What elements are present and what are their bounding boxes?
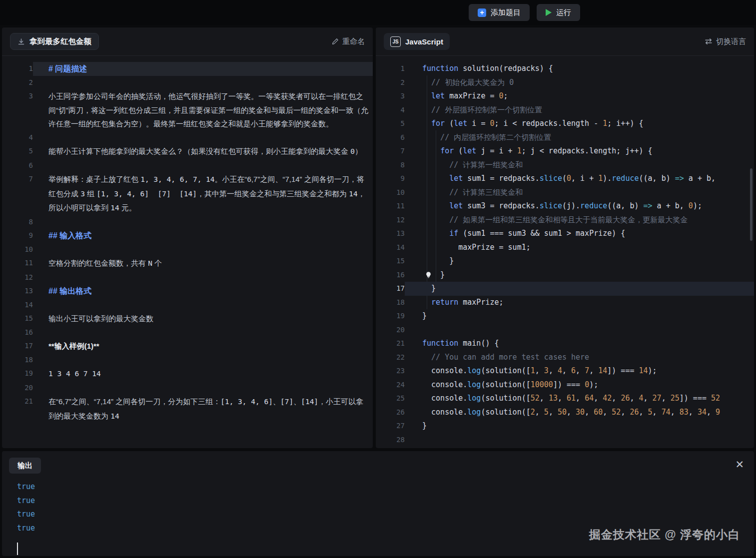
code-line[interactable]: 13 if (sum1 === sum3 && sum1 > maxPrize)… bbox=[376, 227, 754, 241]
markdown-line[interactable]: 13## 输出格式 bbox=[2, 284, 373, 298]
code-line-text[interactable]: } bbox=[405, 309, 754, 323]
markdown-line[interactable]: 14 bbox=[2, 298, 373, 312]
code-editor[interactable]: 1function solution(redpacks) {2 // 初始化最大… bbox=[376, 56, 754, 448]
code-line-text[interactable]: return maxPrize; bbox=[405, 296, 754, 310]
markdown-line-text[interactable]: 能帮小王计算下他能拿到的最大奖金么？（如果没有红包可获得，则小王能拿到的最大奖金… bbox=[33, 144, 373, 159]
markdown-line[interactable]: 9## 输入格式 bbox=[2, 229, 373, 243]
markdown-line[interactable]: 4 bbox=[2, 131, 373, 145]
markdown-line-text[interactable]: # 问题描述 bbox=[33, 62, 373, 76]
code-line[interactable]: 12 // 如果第一组和第三组奖金和相等且大于当前最大奖金，更新最大奖金 bbox=[376, 213, 754, 227]
code-line-text[interactable]: // 计算第一组奖金和 bbox=[405, 158, 754, 172]
close-icon[interactable]: ✕ bbox=[735, 459, 744, 470]
code-line-text[interactable]: for (let j = i + 1; j < redpacks.length;… bbox=[405, 144, 754, 158]
code-line[interactable]: 8 // 计算第一组奖金和 bbox=[376, 158, 754, 172]
code-line-text[interactable]: // 内层循环控制第二个切割位置 bbox=[405, 131, 754, 145]
problem-title-pill[interactable]: 拿到最多红包金额 bbox=[10, 33, 99, 50]
markdown-line-text[interactable]: ## 输出格式 bbox=[33, 284, 373, 298]
code-line[interactable]: 17 } bbox=[376, 282, 754, 296]
markdown-line-text[interactable]: 在“6,7”之间、“7,14” 之间各切一刀，分为如下三组：[1, 3, 4, … bbox=[33, 395, 373, 423]
code-line[interactable]: 2 // 初始化最大奖金为 0 bbox=[376, 76, 754, 90]
code-line[interactable]: 5 for (let i = 0; i < redpacks.length - … bbox=[376, 117, 754, 131]
language-pill[interactable]: JS JavaScript bbox=[384, 33, 450, 50]
markdown-line[interactable]: 15输出小王可以拿到的最大奖金数 bbox=[2, 312, 373, 326]
code-line[interactable]: 20 bbox=[376, 323, 754, 337]
markdown-line[interactable]: 10 bbox=[2, 243, 373, 257]
markdown-line[interactable]: 12 bbox=[2, 271, 373, 285]
markdown-line[interactable]: 16 bbox=[2, 326, 373, 340]
markdown-line[interactable]: 20 bbox=[2, 381, 373, 395]
code-line-text[interactable]: function main() { bbox=[405, 337, 754, 351]
code-line[interactable]: 18 return maxPrize; bbox=[376, 296, 754, 310]
rename-button[interactable]: 重命名 bbox=[332, 37, 365, 46]
code-line-text[interactable]: } bbox=[405, 268, 754, 282]
code-line[interactable]: 26 console.log(solution([2, 5, 50, 30, 6… bbox=[376, 406, 754, 420]
markdown-line[interactable]: 6 bbox=[2, 159, 373, 173]
code-line[interactable]: 28 bbox=[376, 433, 754, 447]
markdown-line[interactable]: 17**输入样例(1)** bbox=[2, 339, 373, 353]
code-line-text[interactable]: } bbox=[405, 254, 754, 268]
code-line-text[interactable]: console.log(solution([1, 3, 4, 6, 7, 14]… bbox=[405, 364, 754, 378]
code-line-text[interactable]: // 如果第一组和第三组奖金和相等且大于当前最大奖金，更新最大奖金 bbox=[405, 213, 754, 227]
markdown-line-text[interactable]: 输出小王可以拿到的最大奖金数 bbox=[33, 312, 373, 326]
lightbulb-icon[interactable] bbox=[425, 271, 433, 279]
markdown-line-text[interactable] bbox=[33, 159, 373, 173]
tab-output[interactable]: 输出 bbox=[9, 458, 41, 474]
markdown-line-text[interactable]: 1 3 4 6 7 14 bbox=[33, 367, 373, 381]
code-line-text[interactable]: if (sum1 === sum3 && sum1 > maxPrize) { bbox=[405, 227, 754, 241]
run-button[interactable]: 运行 bbox=[537, 4, 580, 21]
code-line-text[interactable]: // 初始化最大奖金为 0 bbox=[405, 76, 754, 90]
markdown-line[interactable]: 5能帮小王计算下他能拿到的最大奖金么？（如果没有红包可获得，则小王能拿到的最大奖… bbox=[2, 144, 373, 159]
editor-scrollbar[interactable] bbox=[750, 168, 753, 241]
markdown-line-text[interactable] bbox=[33, 381, 373, 395]
markdown-line[interactable]: 3小王同学参加公司年会的抽奖活动，他运气很好抽到了一等奖。一等奖获奖者可以在一排… bbox=[2, 89, 373, 131]
markdown-line-text[interactable] bbox=[33, 271, 373, 285]
markdown-line-text[interactable]: 举例解释：桌子上放了红包 1, 3, 4, 6, 7, 14。小王在“6,7”之… bbox=[33, 172, 373, 215]
markdown-line[interactable]: 11空格分割的红包金额数，共有 N 个 bbox=[2, 256, 373, 271]
code-line-text[interactable]: // 外层循环控制第一个切割位置 bbox=[405, 103, 754, 117]
code-line[interactable]: 4 // 外层循环控制第一个切割位置 bbox=[376, 103, 754, 117]
code-line[interactable]: 11 let sum3 = redpacks.slice(j).reduce((… bbox=[376, 199, 754, 213]
code-line[interactable]: 1function solution(redpacks) { bbox=[376, 62, 754, 76]
code-line[interactable]: 15 } bbox=[376, 254, 754, 268]
code-line[interactable]: 6 // 内层循环控制第二个切割位置 bbox=[376, 131, 754, 145]
markdown-line[interactable]: 8 bbox=[2, 215, 373, 229]
markdown-line[interactable]: 1# 问题描述 bbox=[2, 62, 373, 76]
code-line[interactable]: 21function main() { bbox=[376, 337, 754, 351]
code-line[interactable]: 24 console.log(solution([10000]) === 0); bbox=[376, 378, 754, 392]
code-line[interactable]: 25 console.log(solution([52, 13, 61, 64,… bbox=[376, 392, 754, 406]
markdown-editor[interactable]: 1# 问题描述23小王同学参加公司年会的抽奖活动，他运气很好抽到了一等奖。一等奖… bbox=[2, 56, 373, 448]
markdown-line-text[interactable]: **输入样例(1)** bbox=[33, 339, 373, 353]
add-question-button[interactable]: + 添加题目 bbox=[469, 4, 530, 21]
markdown-line-text[interactable] bbox=[33, 131, 373, 145]
code-line-text[interactable]: // 计算第三组奖金和 bbox=[405, 186, 754, 200]
code-line[interactable]: 14 maxPrize = sum1; bbox=[376, 241, 754, 255]
code-line[interactable]: 3 let maxPrize = 0; bbox=[376, 89, 754, 103]
code-line[interactable]: 23 console.log(solution([1, 3, 4, 6, 7, … bbox=[376, 364, 754, 378]
code-line-text[interactable]: for (let i = 0; i < redpacks.length - 1;… bbox=[405, 117, 754, 131]
markdown-line-text[interactable]: 小王同学参加公司年会的抽奖活动，他运气很好抽到了一等奖。一等奖获奖者可以在一排红… bbox=[33, 89, 373, 131]
code-line-text[interactable]: console.log(solution([10000]) === 0); bbox=[405, 378, 754, 392]
code-line[interactable]: 22 // You can add more test cases here bbox=[376, 351, 754, 365]
code-line-text[interactable]: function solution(redpacks) { bbox=[405, 62, 754, 76]
markdown-line-text[interactable] bbox=[33, 215, 373, 229]
markdown-line[interactable]: 21在“6,7”之间、“7,14” 之间各切一刀，分为如下三组：[1, 3, 4… bbox=[2, 395, 373, 423]
markdown-line-text[interactable] bbox=[33, 243, 373, 257]
code-line[interactable]: 19} bbox=[376, 309, 754, 323]
code-line-text[interactable]: } bbox=[405, 419, 754, 433]
code-line-text[interactable]: maxPrize = sum1; bbox=[405, 241, 754, 255]
markdown-line[interactable]: 191 3 4 6 7 14 bbox=[2, 367, 373, 381]
markdown-line-text[interactable]: ## 输入格式 bbox=[33, 229, 373, 243]
markdown-line[interactable]: 18 bbox=[2, 353, 373, 367]
markdown-line-text[interactable] bbox=[33, 326, 373, 340]
code-line-text[interactable] bbox=[405, 433, 754, 447]
code-line-text[interactable]: let sum3 = redpacks.slice(j).reduce((a, … bbox=[405, 199, 754, 213]
code-line-text[interactable]: let sum1 = redpacks.slice(0, i + 1).redu… bbox=[405, 172, 754, 186]
markdown-line-text[interactable]: 空格分割的红包金额数，共有 N 个 bbox=[33, 256, 373, 271]
markdown-line-text[interactable] bbox=[33, 353, 373, 367]
markdown-line[interactable]: 7举例解释：桌子上放了红包 1, 3, 4, 6, 7, 14。小王在“6,7”… bbox=[2, 172, 373, 215]
code-line-text[interactable]: } bbox=[405, 282, 754, 296]
code-line[interactable]: 10 // 计算第三组奖金和 bbox=[376, 186, 754, 200]
code-line[interactable]: 9 let sum1 = redpacks.slice(0, i + 1).re… bbox=[376, 172, 754, 186]
switch-language-button[interactable]: 切换语言 bbox=[705, 37, 746, 46]
markdown-line-text[interactable] bbox=[33, 298, 373, 312]
